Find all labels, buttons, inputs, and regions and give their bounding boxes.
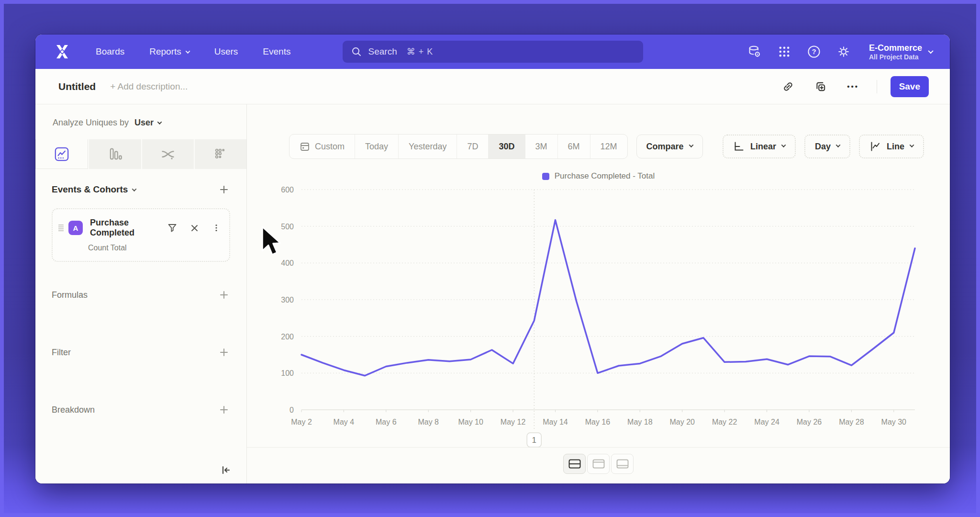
top-navbar: BoardsReportsUsersEvents Search ⌘ + K (35, 34, 950, 69)
tab-retention[interactable] (195, 139, 246, 169)
project-scope: All Project Data (869, 53, 922, 61)
app-window: BoardsReportsUsersEvents Search ⌘ + K (35, 34, 950, 483)
query-sidebar: Analyze Uniques by User (35, 104, 247, 483)
layout-split-horizontal-button[interactable] (563, 454, 586, 474)
layout-header-top-button[interactable] (587, 454, 610, 474)
range-6m[interactable]: 6M (557, 135, 590, 158)
sidebar-sections: FormulasFilterBreakdown (52, 289, 230, 416)
series-line[interactable] (301, 220, 915, 376)
duplicate-icon[interactable] (813, 79, 828, 94)
annotation-label: 1 (532, 436, 536, 445)
analyze-by-dropdown[interactable]: User (134, 118, 161, 128)
analyze-label: Analyze Uniques by (53, 118, 129, 128)
interval-dropdown[interactable]: Day (804, 135, 850, 158)
mixpanel-logo-icon[interactable] (53, 42, 72, 61)
range-30d[interactable]: 30D (488, 135, 524, 158)
more-options-button[interactable]: ••• (846, 79, 860, 94)
chart-svg: 01002003004005006001May 2May 4May 6May 8… (269, 183, 924, 452)
report-actions: ••• Save (763, 76, 929, 97)
range-yesterday[interactable]: Yesterday (398, 135, 457, 158)
event-more-icon[interactable] (211, 223, 222, 233)
section-label: Breakdown (52, 405, 95, 415)
layout-toggles (563, 454, 634, 474)
layout-footer-bottom-button[interactable] (611, 454, 634, 474)
legend-label: Purchase Completed - Total (555, 171, 655, 181)
x-axis-tick: May 8 (418, 418, 439, 426)
tab-flows[interactable] (142, 139, 194, 169)
x-axis-tick: May 30 (881, 418, 907, 426)
chevron-down-icon (157, 120, 162, 124)
event-name[interactable]: Purchase Completed (90, 218, 167, 238)
event-metric[interactable]: Count Total (88, 244, 222, 252)
y-axis-tick: 300 (281, 296, 294, 304)
chart-type-dropdown[interactable]: Line (859, 135, 924, 158)
ellipsis-label: ••• (847, 82, 859, 90)
x-axis-tick: May 18 (627, 418, 653, 426)
events-cohorts-toggle[interactable]: Events & Cohorts (52, 184, 136, 195)
section-breakdown: Breakdown (52, 404, 230, 416)
remove-event-icon[interactable] (189, 223, 200, 233)
events-cohorts-label: Events & Cohorts (52, 184, 128, 195)
range-custom[interactable]: Custom (290, 135, 355, 158)
data-management-icon[interactable] (747, 45, 762, 59)
y-axis-tick: 500 (281, 223, 294, 231)
calendar-icon (300, 141, 310, 152)
nav-right: ? E-Commerce All Project Data (747, 43, 933, 61)
copy-link-icon[interactable] (781, 79, 795, 94)
range-today[interactable]: Today (355, 135, 398, 158)
events-cohorts-header: Events & Cohorts (52, 183, 230, 196)
compare-dropdown[interactable]: Compare (636, 135, 703, 158)
project-name: E-Commerce (869, 43, 922, 54)
svg-text:?: ? (812, 47, 816, 56)
nav-item-users[interactable]: Users (214, 46, 238, 57)
x-axis-tick: May 12 (501, 418, 526, 426)
range-7d[interactable]: 7D (457, 135, 488, 158)
nav-items: BoardsReportsUsersEvents (96, 46, 290, 57)
add-description-field[interactable]: + Add description... (110, 81, 188, 92)
chevron-down-icon (910, 143, 914, 147)
section-filter: Filter (52, 346, 230, 359)
project-switcher[interactable]: E-Commerce All Project Data (869, 43, 933, 61)
apps-grid-icon[interactable] (777, 45, 791, 59)
x-axis-tick: May 20 (669, 418, 695, 426)
x-axis-tick: May 14 (543, 418, 568, 426)
add-formulas-button[interactable] (218, 289, 230, 301)
help-icon[interactable]: ? (807, 45, 821, 59)
report-title[interactable]: Untitled (58, 81, 96, 92)
legend-swatch (542, 173, 549, 180)
range-12m[interactable]: 12M (590, 135, 627, 158)
chart-legend[interactable]: Purchase Completed - Total (247, 171, 950, 181)
search-input[interactable]: Search ⌘ + K (343, 41, 643, 63)
add-filter-button[interactable] (218, 346, 230, 359)
settings-gear-icon[interactable] (836, 45, 851, 59)
x-axis-tick: May 4 (334, 418, 355, 426)
tab-insights[interactable] (35, 139, 88, 169)
tab-funnels[interactable] (89, 139, 141, 169)
chart-panel: CustomTodayYesterday7D30D3M6M12M Compare… (247, 104, 950, 483)
chart-type-label: Line (887, 142, 904, 152)
add-breakdown-button[interactable] (218, 404, 230, 416)
x-axis-tick: May 26 (797, 418, 822, 426)
nav-item-reports[interactable]: Reports (149, 46, 189, 57)
save-button[interactable]: Save (891, 76, 929, 97)
collapse-sidebar-icon[interactable] (219, 463, 232, 477)
search-placeholder: Search (368, 46, 397, 57)
add-event-button[interactable] (218, 183, 230, 196)
drag-handle-icon[interactable] (58, 225, 64, 232)
chevron-down-icon (132, 187, 137, 191)
chevron-down-icon (836, 143, 841, 147)
x-axis-tick: May 2 (291, 418, 312, 426)
line-chart[interactable]: 01002003004005006001May 2May 4May 6May 8… (269, 183, 950, 454)
filter-funnel-icon[interactable] (167, 223, 178, 233)
range-3m[interactable]: 3M (525, 135, 557, 158)
report-header: Untitled + Add description... (35, 69, 950, 104)
scale-dropdown[interactable]: Linear (723, 135, 796, 158)
y-axis-tick: 400 (281, 259, 294, 267)
event-card[interactable]: A Purchase Completed (52, 208, 230, 262)
event-badge: A (68, 221, 83, 235)
nav-item-events[interactable]: Events (263, 46, 290, 57)
nav-item-boards[interactable]: Boards (96, 46, 124, 57)
interval-label: Day (815, 142, 831, 152)
y-axis-tick: 0 (290, 406, 294, 414)
report-type-tabs (35, 139, 246, 169)
